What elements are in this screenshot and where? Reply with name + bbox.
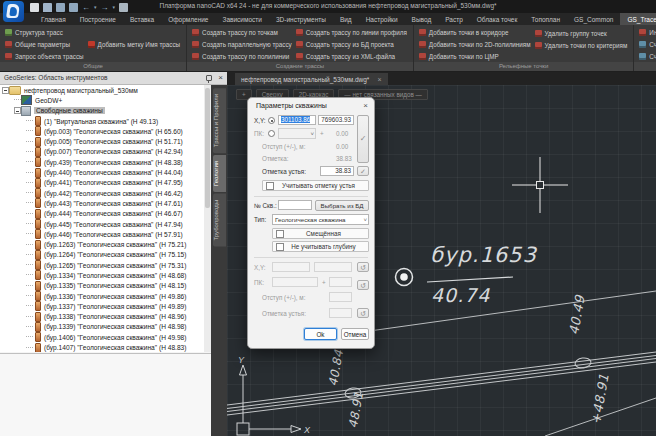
tree-item-borehole[interactable]: (бур.1263) "Геологическая скважина" (Н 7… bbox=[0, 239, 204, 249]
undo-icon[interactable]: ← bbox=[82, 3, 90, 12]
tree-item-free-boreholes[interactable]: Свободные скважины bbox=[0, 106, 204, 116]
mouth-apply-button[interactable]: ✓ bbox=[357, 166, 369, 176]
ribbon-tab-2[interactable]: Вставка bbox=[123, 13, 161, 25]
tree-item-borehole[interactable]: (бур.1335) "Геологическая скважина" (Н 4… bbox=[0, 281, 204, 291]
print-icon[interactable] bbox=[119, 3, 128, 12]
side-tab-2[interactable]: Трубопроводы bbox=[213, 194, 226, 247]
collapse-icon[interactable] bbox=[2, 87, 9, 94]
pick-xy-button[interactable]: ↺ bbox=[357, 262, 369, 272]
consider-mouth-checkbox-row[interactable]: Учитывать отметку устья bbox=[262, 180, 369, 191]
ribbon-tab-12[interactable]: GS_Common bbox=[567, 13, 620, 25]
dialog-close-icon[interactable]: × bbox=[363, 101, 368, 110]
ribbon-button[interactable]: Удалить точки по критериям bbox=[535, 39, 628, 51]
ignore-depth-checkbox-row[interactable]: Не учитывать глубину bbox=[272, 241, 369, 252]
ok-button[interactable]: Ok bbox=[304, 328, 337, 340]
tree-item-borehole[interactable]: (бур.1407) "Геологическая скважина" (Н 4… bbox=[0, 342, 204, 352]
ribbon-tab-11[interactable]: Топоплан bbox=[524, 13, 567, 25]
tree-item-borehole[interactable]: (бур.1339) "Геологическая скважина" (Н 4… bbox=[0, 322, 204, 332]
tree-item-borehole[interactable]: (бур.1264) "Геологическая скважина" (Н 7… bbox=[0, 250, 204, 260]
x-input[interactable]: 301103.86 bbox=[278, 115, 316, 125]
ribbon-button[interactable]: Добавить точки по ЦМР bbox=[419, 50, 531, 62]
ribbon-button[interactable]: Добавить точки по 2D-полилиниям bbox=[419, 39, 531, 51]
tree-item-borehole[interactable]: (бур.005) "Геологическая скважина" (Н 51… bbox=[0, 136, 204, 146]
ribbon-tab-5[interactable]: 3D-инструменты bbox=[269, 13, 333, 25]
mouth-input[interactable]: 38.83 bbox=[320, 166, 354, 176]
tree-item-borehole[interactable]: (бур.443) "Геологическая скважина" (Н 47… bbox=[0, 198, 204, 208]
xy-radio[interactable] bbox=[268, 117, 275, 124]
tree-item-borehole[interactable]: (бур.444) "Геологическая скважина" (Н 46… bbox=[0, 209, 204, 219]
ribbon-button[interactable]: Общие параметры bbox=[5, 39, 84, 51]
shifted-checkbox-row[interactable]: Смещённая bbox=[272, 228, 369, 239]
palette-close-icon[interactable]: × bbox=[218, 73, 223, 82]
type-combo[interactable]: Геологическая скважина bbox=[272, 214, 369, 225]
scrollbar-thumb[interactable] bbox=[205, 88, 210, 208]
pick-pk-button[interactable]: ↺ bbox=[357, 280, 369, 290]
pk-combo[interactable] bbox=[278, 128, 316, 139]
ribbon-button[interactable]: Считать отметки точек с ЦМР bbox=[639, 39, 656, 51]
tree-item-borehole[interactable]: (бур.1334) "Геологическая скважина" (Н 4… bbox=[0, 270, 204, 280]
ribbon-tab-3[interactable]: Оформление bbox=[161, 13, 215, 25]
tree-item-borehole[interactable]: (бур.439) "Геологическая скважина" (Н 48… bbox=[0, 157, 204, 167]
ribbon-tab-0[interactable]: Главная bbox=[34, 13, 73, 25]
undo-dropdown-icon[interactable]: ▾ bbox=[94, 3, 97, 12]
tree-item-borehole[interactable]: (бур.1337) "Геологическая скважина" (Н 4… bbox=[0, 301, 204, 311]
checkbox[interactable] bbox=[276, 243, 284, 251]
tree-item-root[interactable]: нефтепровод магистральный_530мм bbox=[0, 85, 204, 95]
ribbon-tab-6[interactable]: Вид bbox=[333, 13, 359, 25]
ribbon-button[interactable]: Запрос объекта трассы bbox=[5, 50, 84, 62]
redo-icon[interactable]: → bbox=[101, 3, 109, 12]
collapse-icon[interactable] bbox=[14, 107, 21, 114]
tree-item-borehole[interactable]: (бур.440) "Геологическая скважина" (Н 44… bbox=[0, 167, 204, 177]
side-tab-1[interactable]: Геология bbox=[213, 155, 226, 192]
document-close-icon[interactable]: × bbox=[377, 76, 381, 83]
ribbon-tab-4[interactable]: Зависимости bbox=[215, 13, 268, 25]
tree-item-borehole[interactable]: (бур.442) "Геологическая скважина" (Н 46… bbox=[0, 188, 204, 198]
apply-coordinates-button[interactable]: ✓ bbox=[357, 115, 369, 163]
cancel-button[interactable]: Отмена bbox=[341, 328, 369, 340]
ribbon-button[interactable]: Интерполировать отметки точек bbox=[639, 27, 656, 39]
ribbon-button[interactable]: Создать трассу из БД проекта bbox=[296, 39, 407, 51]
nanocad-logo-icon[interactable] bbox=[3, 1, 24, 22]
redo-dropdown-icon[interactable]: ▾ bbox=[113, 3, 116, 12]
ribbon-tab-9[interactable]: Растр bbox=[438, 13, 470, 25]
document-tab[interactable]: нефтепровод магистральный_530мм.dwg* × bbox=[235, 73, 388, 85]
ribbon-tab-7[interactable]: Настройки bbox=[359, 13, 405, 25]
ribbon-tab-10[interactable]: Облака точек bbox=[470, 13, 525, 25]
pick-mouth-button[interactable]: ↺ bbox=[357, 308, 369, 318]
ribbon-button[interactable]: Структура трасс bbox=[5, 27, 84, 39]
save-icon[interactable] bbox=[56, 3, 65, 12]
tree-item-borehole[interactable]: (бур.441) "Геологическая скважина" (Н 47… bbox=[0, 178, 204, 188]
side-tab-0[interactable]: Трассы и Профили bbox=[213, 88, 226, 153]
ribbon-button[interactable]: Создать трассу по точкам bbox=[192, 27, 292, 39]
save-all-icon[interactable] bbox=[69, 3, 78, 12]
ribbon-tab-13[interactable]: GS_Trace bbox=[620, 13, 656, 25]
pick-from-db-button[interactable]: Выбрать из БД bbox=[315, 200, 369, 211]
ribbon-button[interactable]: Добавить метку Имя трассы bbox=[88, 39, 181, 51]
tree-item-borehole[interactable]: (бур.1338) "Геологическая скважина" (Н 4… bbox=[0, 312, 204, 322]
tree-item-borehole[interactable]: (бур.1336) "Геологическая скважина" (Н 4… bbox=[0, 291, 204, 301]
ribbon-button[interactable]: Добавить точки в коридоре bbox=[419, 27, 531, 39]
pin-icon[interactable] bbox=[205, 75, 211, 82]
checkbox[interactable] bbox=[266, 182, 274, 190]
ribbon-tab-8[interactable]: Вывод bbox=[405, 13, 439, 25]
new-file-icon[interactable] bbox=[30, 3, 39, 12]
tree-item-borehole[interactable]: (бур.1406) "Геологическая скважина" (Н 4… bbox=[0, 332, 204, 342]
ribbon-button[interactable]: Создать трассу по линии профиля bbox=[296, 27, 407, 39]
tree-item-borehole[interactable]: (бур.007) "Геологическая скважина" (Н 42… bbox=[0, 147, 204, 157]
y-input[interactable]: 769603.93 bbox=[318, 115, 354, 125]
tree-item-borehole[interactable]: (бур.003) "Геологическая скважина" (Н 65… bbox=[0, 126, 204, 136]
tree-item-borehole[interactable]: (бур.1265) "Геологическая скважина" (Н 7… bbox=[0, 260, 204, 270]
ribbon-tab-1[interactable]: Построение bbox=[73, 13, 123, 25]
ribbon-button[interactable]: Создать трассу по полилинии bbox=[192, 50, 292, 62]
ribbon-button[interactable]: Удалить группу точек bbox=[535, 27, 628, 39]
borehole-number-input[interactable] bbox=[278, 200, 312, 210]
ribbon-button[interactable]: Создать параллельную трассу bbox=[192, 39, 292, 51]
pk-radio[interactable] bbox=[268, 130, 275, 137]
tree-item-geodw[interactable]: GeoDW+ bbox=[0, 95, 204, 105]
tree-item-borehole[interactable]: (бур.446) "Геологическая скважина" (Н 57… bbox=[0, 229, 204, 239]
ribbon-button[interactable]: Считать отметки точек с ЦМР авто bbox=[639, 50, 656, 62]
tree-item-borehole[interactable]: (бур.445) "Геологическая скважина" (Н 47… bbox=[0, 219, 204, 229]
checkbox[interactable] bbox=[276, 230, 284, 238]
tree-item-borehole[interactable]: (1) "Виртуальная скважина" (Н 49.13) bbox=[0, 116, 204, 126]
open-file-icon[interactable] bbox=[43, 3, 52, 12]
